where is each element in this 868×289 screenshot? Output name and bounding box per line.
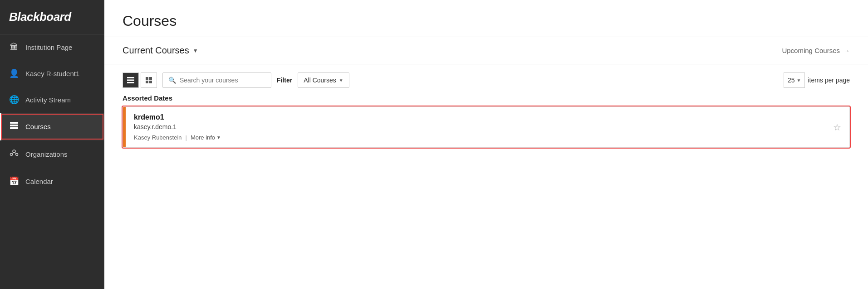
section-title: Assorted Dates: [123, 94, 850, 102]
current-courses-dropdown-icon: ▼: [193, 48, 198, 54]
svg-rect-11: [146, 77, 148, 80]
svg-rect-2: [10, 127, 18, 129]
tab-upcoming-courses[interactable]: Upcoming Courses →: [782, 47, 850, 54]
upcoming-courses-arrow-icon: →: [843, 47, 850, 54]
course-info: krdemo1 kasey.r.demo.1 Kasey Rubenstein …: [126, 107, 833, 147]
svg-rect-8: [127, 77, 134, 78]
svg-rect-9: [127, 80, 134, 81]
list-view-button[interactable]: [123, 72, 139, 88]
calendar-icon: 📅: [9, 176, 19, 186]
tab-bar: Current Courses ▼ Upcoming Courses →: [104, 37, 868, 64]
course-instructor: Kasey Rubenstein: [134, 134, 182, 141]
toolbar: 🔍 Filter All Courses ▼ 25 ▼ items per pa…: [104, 64, 868, 94]
course-meta: Kasey Rubenstein | More info ▼: [134, 134, 825, 141]
view-toggle: [123, 72, 157, 88]
svg-rect-12: [149, 77, 152, 80]
svg-point-3: [13, 150, 15, 153]
svg-point-5: [16, 154, 18, 156]
tab-current-courses[interactable]: Current Courses ▼: [123, 45, 198, 56]
courses-icon: [9, 121, 19, 132]
meta-separator: |: [186, 134, 187, 141]
page-header: Courses: [104, 0, 868, 37]
institution-icon: 🏛: [9, 43, 19, 52]
search-icon: 🔍: [168, 77, 176, 84]
sidebar-item-courses[interactable]: Courses: [0, 113, 104, 140]
sidebar-item-calendar[interactable]: 📅 Calendar: [0, 168, 104, 194]
course-name[interactable]: krdemo1: [134, 113, 825, 121]
globe-icon: 🌐: [9, 95, 19, 105]
svg-rect-10: [127, 82, 134, 83]
page-title: Courses: [123, 13, 850, 29]
app-logo: Blackboard: [0, 0, 104, 34]
user-icon: 👤: [9, 68, 19, 78]
filter-dropdown-arrow-icon: ▼: [339, 78, 343, 83]
organizations-icon: [9, 149, 19, 160]
sidebar-nav: 🏛 Institution Page 👤 Kasey R-student1 🌐 …: [0, 34, 104, 289]
filter-dropdown[interactable]: All Courses ▼: [298, 72, 349, 88]
course-section: Assorted Dates krdemo1 kasey.r.demo.1 Ka…: [104, 94, 868, 157]
svg-point-4: [10, 154, 13, 156]
svg-rect-13: [146, 81, 148, 83]
per-page-wrap: 25 ▼ items per page: [784, 72, 850, 88]
search-input[interactable]: [180, 77, 265, 84]
filter-label: Filter: [277, 77, 292, 84]
sidebar-item-organizations[interactable]: Organizations: [0, 140, 104, 168]
main-content: Courses Current Courses ▼ Upcoming Cours…: [104, 0, 868, 289]
per-page-select[interactable]: 25 ▼: [784, 72, 805, 88]
course-card: krdemo1 kasey.r.demo.1 Kasey Rubenstein …: [123, 106, 850, 148]
more-info-button[interactable]: More info ▼: [191, 134, 221, 141]
course-id: kasey.r.demo.1: [134, 123, 825, 130]
svg-rect-0: [10, 122, 18, 124]
svg-rect-14: [149, 81, 152, 83]
sidebar-item-institution-page[interactable]: 🏛 Institution Page: [0, 34, 104, 60]
svg-rect-1: [10, 125, 18, 126]
grid-view-button[interactable]: [141, 72, 157, 88]
sidebar-item-activity-stream[interactable]: 🌐 Activity Stream: [0, 87, 104, 113]
per-page-dropdown-arrow-icon: ▼: [796, 78, 801, 83]
sidebar-item-kasey-student[interactable]: 👤 Kasey R-student1: [0, 60, 104, 87]
more-info-arrow-icon: ▼: [216, 135, 221, 140]
search-box: 🔍: [162, 72, 271, 88]
sidebar: Blackboard 🏛 Institution Page 👤 Kasey R-…: [0, 0, 104, 289]
favorite-star-button[interactable]: ☆: [833, 107, 849, 147]
